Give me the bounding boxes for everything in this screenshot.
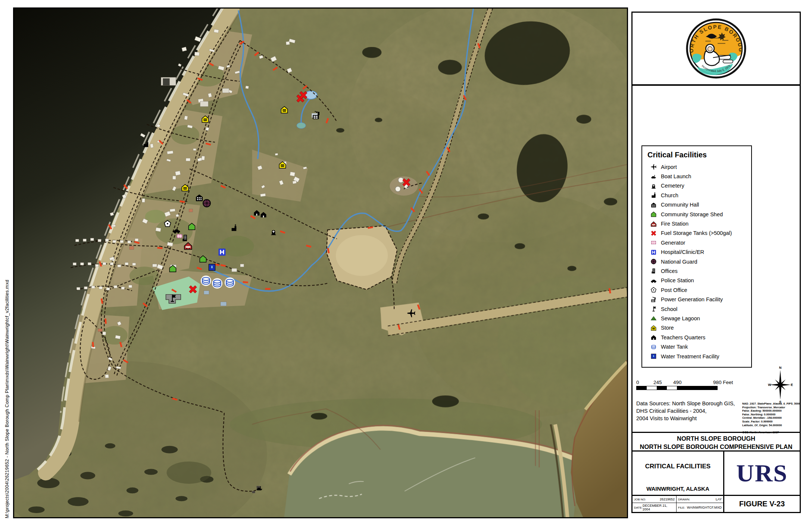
map-sheet: { "sheet": { "file_path": "M:\\projects\… bbox=[0, 0, 812, 525]
store-marker bbox=[201, 114, 210, 123]
legend: Critical Facilities AirportBoat LaunchCe… bbox=[641, 145, 752, 368]
boat-launch-marker bbox=[256, 484, 263, 492]
legend-item: National Guard bbox=[647, 257, 751, 266]
legend-item: Church bbox=[647, 191, 751, 200]
north-slope-borough-seal-icon: NORTH SLOPE BOROUGH Incorporated July 2,… bbox=[685, 18, 747, 79]
post-office-icon bbox=[649, 287, 658, 293]
legend-item-label: National Guard bbox=[661, 259, 697, 265]
community-storage-shed-marker bbox=[188, 222, 196, 230]
generator-icon bbox=[649, 239, 658, 246]
store-marker bbox=[280, 106, 289, 114]
legend-item-label: Airport bbox=[661, 164, 677, 170]
fuel-storage-tanks-marker bbox=[188, 284, 198, 294]
national-guard-marker bbox=[202, 198, 212, 208]
data-sources-line: 2004 Visits to Wainwright bbox=[636, 415, 743, 422]
legend-item-label: Store bbox=[661, 325, 674, 331]
data-sources-line: DHS Critical Facilities - 2004, bbox=[636, 407, 743, 415]
legend-item-label: Community Storage Shed bbox=[661, 211, 723, 217]
offices-marker bbox=[181, 234, 189, 242]
figure-subject-cell: CRITICAL FACILITIES WAINWRIGHT, ALASKA bbox=[633, 452, 724, 495]
cemetery-icon bbox=[649, 183, 658, 189]
legend-item: Generator bbox=[647, 238, 751, 247]
fuel-storage-tanks-marker bbox=[299, 90, 309, 100]
field-date: DATE: DECEMBER 21, 2004 bbox=[633, 503, 677, 512]
offices-icon bbox=[649, 268, 658, 274]
scale-tick-245: 245 bbox=[653, 380, 662, 385]
fire-station-icon bbox=[649, 221, 658, 227]
legend-item-label: Hospital/Clinic/ER bbox=[661, 249, 704, 255]
legend-item-label: School bbox=[661, 306, 677, 312]
store-marker bbox=[181, 183, 190, 192]
legend-item: Cemetery bbox=[647, 181, 751, 191]
water-treatment-marker bbox=[208, 263, 216, 272]
hospital-icon bbox=[649, 249, 658, 255]
legend-item-label: Boat Launch bbox=[661, 173, 691, 179]
legend-item-label: Offices bbox=[661, 268, 678, 274]
legend-item: Store bbox=[647, 323, 751, 333]
legend-item-label: Police Station bbox=[661, 277, 694, 283]
compass-e: E bbox=[791, 383, 793, 387]
field-label: JOB NO: bbox=[634, 498, 646, 501]
legend-item: Fuel Storage Tanks (>500gal) bbox=[647, 229, 751, 238]
field-label: FILE: bbox=[678, 506, 685, 509]
title-block-header: NORTH SLOPE BOROUGH NORTH SLOPE BOROUGH … bbox=[633, 433, 800, 452]
legend-item: Community Hall bbox=[647, 200, 751, 210]
airport-icon bbox=[649, 164, 658, 170]
teachers-quarters-icon bbox=[649, 334, 658, 340]
borough-seal-box: NORTH SLOPE BOROUGH Incorporated July 2,… bbox=[633, 13, 800, 86]
community-storage-shed-marker bbox=[199, 255, 207, 263]
compass-w: W bbox=[768, 383, 771, 387]
legend-item-label: Sewage Lagoon bbox=[661, 315, 700, 321]
store-icon bbox=[649, 325, 658, 331]
legend-item: Boat Launch bbox=[647, 172, 751, 181]
police-station-marker bbox=[172, 226, 181, 235]
church-icon bbox=[649, 192, 658, 198]
church-marker bbox=[230, 224, 238, 232]
legend-item-label: Fuel Storage Tanks (>500gal) bbox=[661, 230, 732, 236]
legend-item-label: Fire Station bbox=[661, 221, 688, 227]
legend-item: Water Treatment Facility bbox=[647, 352, 751, 361]
school-marker bbox=[168, 294, 177, 303]
field-value: DECEMBER 21, 2004 bbox=[643, 504, 675, 511]
cemetery-marker bbox=[270, 228, 277, 236]
legend-item: Police Station bbox=[647, 276, 751, 285]
projection-note: NAD_1927_StatePlane_Alaska_6_FIPS_5006Pr… bbox=[742, 402, 800, 434]
legend-title: Critical Facilities bbox=[647, 151, 751, 159]
scale-tick-980: 980 Feet bbox=[713, 380, 733, 385]
title-block: NORTH SLOPE BOROUGH NORTH SLOPE BOROUGH … bbox=[633, 432, 800, 512]
fire-station-marker bbox=[184, 241, 193, 250]
legend-item-label: Church bbox=[661, 192, 678, 198]
field-value: 26219652 bbox=[660, 497, 675, 501]
data-sources-note: Data Sources: North Slope Borough GIS,DH… bbox=[636, 400, 743, 422]
scale-bar-graphic bbox=[636, 386, 718, 390]
legend-item: Water Tank bbox=[647, 342, 751, 351]
legend-item-label: Post Office bbox=[661, 287, 687, 293]
company-logo-cell: URS bbox=[724, 452, 800, 495]
projection-line bbox=[742, 427, 800, 431]
water-tank-marker bbox=[200, 275, 212, 286]
field-job-no: JOB NO: 26219652 bbox=[633, 496, 677, 503]
legend-item: School bbox=[647, 304, 751, 314]
legend-item-label: Generator bbox=[661, 240, 685, 246]
hospital-marker bbox=[217, 248, 227, 257]
projection-line: False_Northing: 0.000000 bbox=[742, 413, 800, 416]
water-treatment-icon bbox=[649, 353, 658, 359]
teachers-quarters-marker bbox=[253, 209, 260, 216]
compass-rose-icon: N S W E bbox=[767, 365, 794, 405]
projection-line: Central_Meridian: -158.000000 bbox=[742, 416, 800, 420]
legend-item-label: Power Generation Facility bbox=[661, 296, 723, 302]
figure-number: FIGURE V-23 bbox=[724, 496, 800, 512]
scale-tick-0: 0 bbox=[636, 380, 639, 385]
legend-item: Teachers Quarters bbox=[647, 333, 751, 342]
map-canvas bbox=[13, 7, 628, 518]
water-tank-marker bbox=[212, 278, 223, 289]
sewage-lagoon-icon bbox=[649, 315, 658, 321]
projection-line: False_Easting: 500000.000000 bbox=[742, 409, 800, 413]
store-marker bbox=[278, 160, 287, 169]
legend-item: Power Generation Facility bbox=[647, 295, 751, 304]
projection-line: Latitude_Of_Origin: 54.000000 bbox=[742, 424, 800, 427]
plan-title: NORTH SLOPE BOROUGH COMPREHENSIVE PLAN bbox=[633, 443, 800, 451]
power-generation-icon bbox=[649, 296, 658, 303]
projection-line: Projection: Transverse_Mercator bbox=[742, 406, 800, 409]
legend-items: AirportBoat LaunchCemeteryChurchCommunit… bbox=[647, 162, 751, 361]
